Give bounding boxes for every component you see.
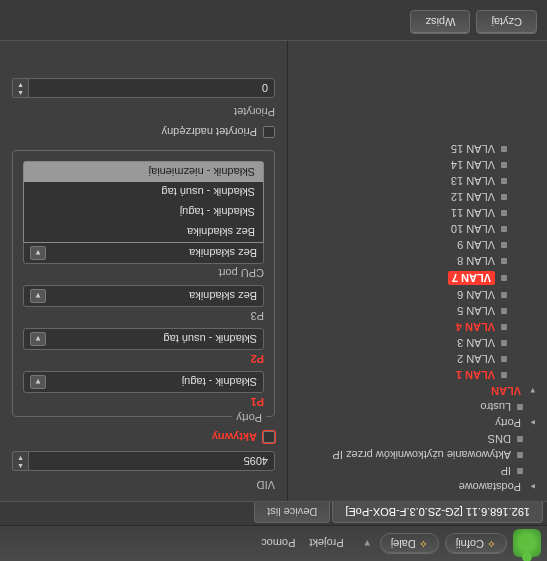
- tree-porty[interactable]: ▸Porty: [292, 415, 543, 431]
- write-button[interactable]: Wpisz: [410, 10, 470, 34]
- dropdown-option[interactable]: Składnik - taguj: [24, 202, 263, 222]
- active-checkbox[interactable]: [263, 431, 275, 443]
- tree-vlan-5[interactable]: VLAN 5: [292, 303, 543, 319]
- cpu-port-dropdown[interactable]: Bez składnika Składnik - taguj Składnik …: [23, 161, 264, 243]
- vid-spinner[interactable]: ▲▼: [12, 451, 275, 471]
- menu-project[interactable]: Projekt: [309, 538, 343, 550]
- tab-bar: 192.168.6.11 [2G-2S.0.3.F-BOX-PoE] Devic…: [0, 501, 547, 525]
- tree-vlan-6[interactable]: VLAN 6: [292, 287, 543, 303]
- p1-combo[interactable]: Składnik - taguj▼: [23, 371, 264, 393]
- tree-vlan-1[interactable]: VLAN 1: [292, 367, 543, 383]
- vid-up-icon[interactable]: ▲: [13, 462, 28, 470]
- priority-label: Priorytet: [12, 106, 275, 118]
- ports-group-title: Porty: [232, 412, 266, 424]
- tree-vlan-10[interactable]: VLAN 10: [292, 221, 543, 237]
- cpu-port-combo[interactable]: Bez składnika▼: [23, 242, 264, 264]
- dropdown-option[interactable]: Składnik - niezmieniaj: [24, 162, 263, 182]
- priority-override-label: Priorytet nadrzędny: [162, 126, 257, 138]
- bottom-bar: Czytaj Wpisz: [0, 4, 547, 41]
- tree-activate-users[interactable]: Aktywowanie użytkowników przez IP: [292, 447, 543, 463]
- cpu-port-label: CPU port: [23, 267, 264, 279]
- vid-label: VID: [12, 479, 275, 491]
- chevron-down-icon: ▼: [30, 375, 46, 389]
- app-icon: [513, 530, 541, 558]
- p1-label: P1: [23, 396, 264, 408]
- p3-label: P3: [23, 310, 264, 322]
- tree-dns[interactable]: DNS: [292, 431, 543, 447]
- vid-down-icon[interactable]: ▼: [13, 454, 28, 462]
- tree-vlan-root[interactable]: ▾VLAN: [292, 383, 543, 399]
- tree-vlan-8[interactable]: VLAN 8: [292, 253, 543, 269]
- priority-override-checkbox[interactable]: [263, 126, 275, 138]
- tree-vlan-4[interactable]: VLAN 4: [292, 319, 543, 335]
- tab-device[interactable]: 192.168.6.11 [2G-2S.0.3.F-BOX-PoE]: [332, 502, 543, 523]
- dropdown-option[interactable]: Bez składnika: [24, 222, 263, 242]
- chevron-down-icon: ▼: [30, 289, 46, 303]
- p2-label: P2: [23, 353, 264, 365]
- priority-input[interactable]: [28, 78, 275, 98]
- priority-spinner[interactable]: ▲▼: [12, 78, 275, 98]
- settings-panel: VID ▲▼ Aktywny Porty P1 Składnik - taguj…: [0, 41, 287, 501]
- tree-vlan-14[interactable]: VLAN 14: [292, 157, 543, 173]
- active-label: Aktywny: [212, 431, 257, 443]
- config-tree[interactable]: ▸Podstawowe IP Aktywowanie użytkowników …: [287, 41, 547, 501]
- top-toolbar: ✧ Cofnij ✧ Dalej ▾ Projekt Pomoc: [0, 525, 547, 561]
- menu-help[interactable]: Pomoc: [261, 538, 295, 550]
- tree-vlan-7[interactable]: VLAN 7: [292, 269, 543, 287]
- vid-input[interactable]: [28, 451, 275, 471]
- tree-podstawowe[interactable]: ▸Podstawowe: [292, 479, 543, 495]
- tree-lustro[interactable]: Lustro: [292, 399, 543, 415]
- tree-vlan-3[interactable]: VLAN 3: [292, 335, 543, 351]
- chevron-down-icon: ▼: [30, 332, 46, 346]
- priority-down-icon[interactable]: ▼: [13, 81, 28, 89]
- tree-vlan-15[interactable]: VLAN 15: [292, 141, 543, 157]
- tree-vlan-13[interactable]: VLAN 13: [292, 173, 543, 189]
- ports-group: Porty P1 Składnik - taguj▼ P2 Składnik -…: [12, 150, 275, 417]
- tree-vlan-9[interactable]: VLAN 9: [292, 237, 543, 253]
- tree-vlan-2[interactable]: VLAN 2: [292, 351, 543, 367]
- p3-combo[interactable]: Bez składnika▼: [23, 285, 264, 307]
- dropdown-option[interactable]: Składnik - usuń tag: [24, 182, 263, 202]
- read-button[interactable]: Czytaj: [476, 10, 537, 34]
- priority-up-icon[interactable]: ▲: [13, 89, 28, 97]
- tree-vlan-12[interactable]: VLAN 12: [292, 189, 543, 205]
- p2-combo[interactable]: Składnik - usuń tag▼: [23, 328, 264, 350]
- back-button[interactable]: ✧ Cofnij: [445, 533, 507, 554]
- tree-ip[interactable]: IP: [292, 463, 543, 479]
- tab-device-list[interactable]: Device list: [254, 502, 330, 523]
- tree-vlan-11[interactable]: VLAN 11: [292, 205, 543, 221]
- chevron-down-icon: ▼: [30, 246, 46, 260]
- nav-dropdown-icon[interactable]: ▾: [360, 537, 374, 550]
- forward-button[interactable]: ✧ Dalej: [380, 533, 439, 554]
